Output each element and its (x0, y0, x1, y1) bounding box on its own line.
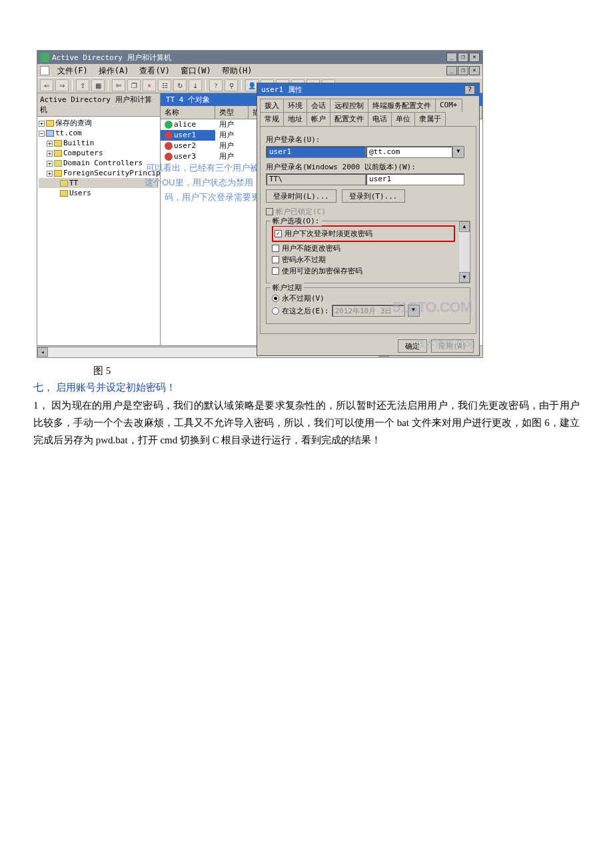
account-tab-panel: 用户登录名(U): user1 @tt.com ▼ 用户登录名(Windows … (260, 126, 476, 334)
export-icon[interactable]: ⤓ (189, 79, 202, 91)
expire-at-label: 在这之后(E): (282, 306, 329, 316)
tab-complus[interactable]: COM+ (435, 99, 462, 112)
user-properties-dialog: user1 属性 ? 拨入 环境 会话 远程控制 终端服务配置文件 COM+ 常… (257, 83, 480, 356)
tab-org[interactable]: 单位 (391, 112, 415, 126)
mdi-restore[interactable]: ❐ (458, 66, 468, 75)
show-hide-button[interactable]: ▦ (91, 79, 105, 91)
mmc-icon (40, 66, 49, 75)
app-icon (40, 53, 49, 62)
ok-button[interactable]: 确定 (398, 339, 427, 353)
never-expire-radio[interactable] (272, 295, 279, 302)
user-disabled-icon (165, 131, 173, 139)
maximize-button[interactable]: ❐ (458, 53, 468, 62)
must-change-pwd-label: 用户下次登录时须更改密码 (285, 229, 372, 239)
help-icon[interactable]: ? (209, 79, 223, 91)
col-name[interactable]: 名称 (161, 106, 215, 119)
options-scrollbar[interactable]: ▲▼ (459, 221, 470, 283)
mdi-close[interactable]: × (469, 66, 480, 75)
copy-icon[interactable]: ❐ (127, 79, 141, 91)
account-locked-checkbox (266, 208, 273, 215)
tree-saved-queries[interactable]: +保存的查询 (39, 118, 159, 128)
tab-dialin[interactable]: 拨入 (260, 99, 284, 112)
minimize-button[interactable]: _ (446, 53, 457, 62)
refresh-icon[interactable]: ↻ (173, 79, 187, 91)
tabs-row-1: 拨入 环境 会话 远程控制 终端服务配置文件 COM+ (257, 96, 479, 112)
tree-domain[interactable]: −tt.com (39, 128, 159, 138)
menu-window[interactable]: 窗口(W) (175, 64, 217, 78)
tab-session[interactable]: 会话 (306, 99, 330, 112)
tab-address[interactable]: 地址 (283, 112, 307, 126)
pre2000-label: 用户登录名(Windows 2000 以前版本)(W): (266, 162, 470, 172)
cannot-change-label: 用户不能更改密码 (282, 243, 340, 253)
domain-suffix-select[interactable]: @tt.com (366, 146, 452, 158)
account-options-group: 帐户选项(O): 用户下次登录时须更改密码 用户不能更改密码 密码永不过期 (266, 221, 470, 283)
tab-general[interactable]: 常规 (260, 112, 284, 126)
apply-button[interactable]: 应用(A) (431, 339, 474, 353)
pre2000-name-input[interactable]: user1 (366, 173, 464, 185)
col-type[interactable]: 类型 (215, 106, 249, 119)
delete-icon[interactable]: × (143, 79, 156, 91)
date-chevron-down-icon: ▼ (408, 305, 420, 317)
figure-caption: 图 5 (93, 365, 613, 377)
properties-icon[interactable]: ☷ (158, 79, 171, 91)
title-bar: Active Directory 用户和计算机 _ ❐ × (37, 51, 482, 64)
tree-body: +保存的查询 −tt.com +Builtin +Computers +Doma… (37, 117, 160, 199)
never-expire-radio-label: 永不过期(V) (282, 293, 324, 303)
logon-to-button[interactable]: 登录到(T)... (342, 189, 405, 203)
tabs-row-2: 常规 地址 帐户 配置文件 电话 单位 隶属于 (257, 112, 479, 126)
find-icon[interactable]: ⚲ (225, 79, 238, 91)
account-expire-legend: 帐户过期 (271, 283, 304, 293)
account-options-legend: 帐户选项(O): (271, 216, 322, 226)
user-disabled-icon (165, 142, 173, 150)
window-title: Active Directory 用户和计算机 (52, 53, 171, 63)
tree-computers[interactable]: +Computers (39, 148, 159, 158)
tab-account[interactable]: 帐户 (306, 112, 330, 126)
menu-action[interactable]: 操作(A) (93, 64, 135, 78)
menu-help[interactable]: 帮助(H) (217, 64, 258, 78)
dialog-titlebar: user1 属性 ? (257, 83, 479, 96)
section-heading: 七， 启用账号并设定初始密码！ (33, 381, 580, 394)
account-expire-group: 帐户过期 永不过期(V) 在这之后(E): 2012年10月 3日 ▼ (266, 287, 470, 324)
tab-tsprofile[interactable]: 终端服务配置文件 (368, 99, 436, 112)
tab-phone[interactable]: 电话 (368, 112, 392, 126)
must-change-pwd-checkbox[interactable] (275, 230, 282, 237)
reversible-checkbox[interactable] (272, 267, 279, 275)
body-paragraph: 1， 因为现在的用户是空密码，我们的默认域策略是要求复杂性的，所以暂时还无法启用… (33, 397, 580, 449)
forward-button[interactable]: ⇒ (55, 79, 69, 91)
expire-at-radio[interactable] (272, 307, 279, 315)
back-button[interactable]: ⇐ (40, 79, 53, 91)
close-button[interactable]: × (469, 53, 480, 62)
tab-profile[interactable]: 配置文件 (330, 112, 368, 126)
mdi-minimize[interactable]: _ (446, 66, 457, 75)
screenshot-window: Active Directory 用户和计算机 _ ❐ × 文件(F) 操作(A… (37, 50, 483, 358)
cut-icon[interactable]: ✄ (112, 79, 125, 91)
menu-file[interactable]: 文件(F) (52, 64, 93, 78)
tree-header: Active Directory 用户和计算机 (37, 93, 160, 117)
up-button[interactable]: ⇧ (76, 79, 89, 91)
menu-bar: 文件(F) 操作(A) 查看(V) 窗口(W) 帮助(H) _ ❐ × (37, 64, 482, 77)
logon-hours-button[interactable]: 登录时间(L)... (266, 189, 336, 203)
logon-name-label: 用户登录名(U): (266, 135, 470, 145)
reversible-label: 使用可逆的加密保存密码 (282, 266, 362, 276)
user-disabled-icon (165, 153, 173, 161)
user-icon (165, 121, 173, 129)
dialog-buttons: 确定 应用(A) 技术博客 Blog (257, 337, 479, 355)
dialog-title: user1 属性 (261, 85, 303, 95)
logon-name-input[interactable]: user1 (266, 146, 366, 158)
annotation-overlay: 可以看出，已经有三个用户被导入到了TT 这个OU里，用户状态为禁用，并且是空密 … (61, 161, 161, 205)
menu-view[interactable]: 查看(V) (134, 64, 175, 78)
tab-env[interactable]: 环境 (283, 99, 307, 112)
highlight-box: 用户下次登录时须更改密码 (272, 225, 455, 242)
tab-remote[interactable]: 远程控制 (330, 99, 368, 112)
account-locked-label: 帐户已锁定(C) (276, 207, 326, 217)
never-expire-checkbox[interactable] (272, 256, 279, 263)
cannot-change-checkbox[interactable] (272, 245, 279, 252)
pre2000-domain: TT\ (266, 173, 366, 185)
tab-memberof[interactable]: 隶属于 (414, 112, 446, 126)
tree-builtin[interactable]: +Builtin (39, 138, 159, 148)
tree-pane: Active Directory 用户和计算机 +保存的查询 −tt.com +… (37, 93, 161, 345)
chevron-down-icon[interactable]: ▼ (452, 146, 464, 158)
expire-date-input: 2012年10月 3日 (332, 305, 405, 317)
dialog-help-button[interactable]: ? (464, 85, 475, 95)
never-expire-label: 密码永不过期 (282, 255, 326, 265)
